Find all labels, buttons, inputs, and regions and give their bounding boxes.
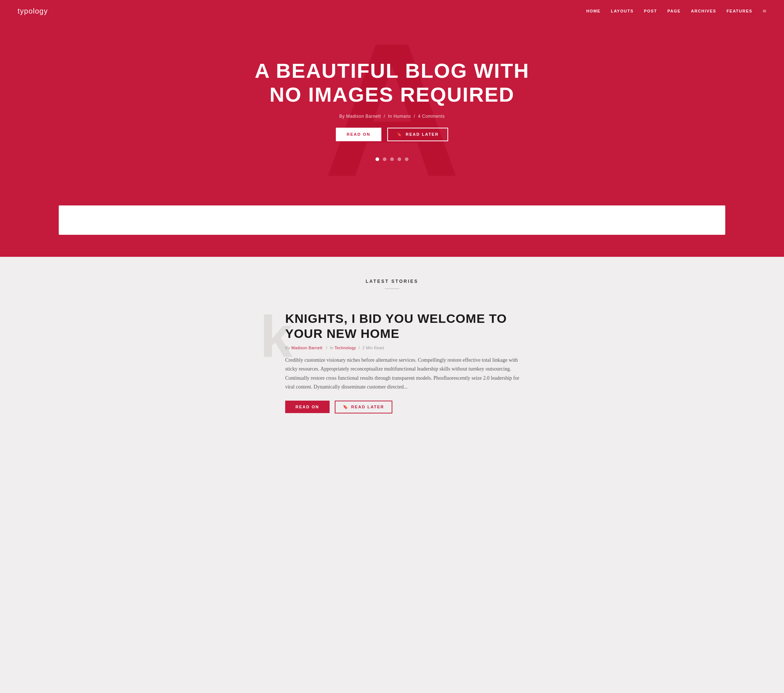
article-actions: READ ON READ LATER xyxy=(285,401,524,414)
latest-divider xyxy=(385,288,399,289)
article-author[interactable]: Madison Barnett xyxy=(292,346,323,350)
nav-post[interactable]: POST xyxy=(644,9,657,13)
article-card: k KNIGHTS, I BID YOU WELCOME TO YOUR NEW… xyxy=(260,304,524,421)
latest-title-wrap: LATEST STORIES xyxy=(0,279,784,289)
article-read-on-button[interactable]: READ ON xyxy=(285,401,329,413)
article-meta-by: By xyxy=(285,346,290,350)
hero-dots xyxy=(376,158,408,161)
latest-section: LATEST STORIES k KNIGHTS, I BID YOU WELC… xyxy=(0,257,784,450)
navbar: typology HOME LAYOUTS POST PAGE ARCHIVES… xyxy=(0,0,784,22)
dot-3[interactable] xyxy=(390,158,394,161)
hero-card-wrapper xyxy=(0,205,784,257)
hero-section: A A BEAUTIFUL BLOG WITH NO IMAGES REQUIR… xyxy=(0,22,784,205)
article-content: KNIGHTS, I BID YOU WELCOME TO YOUR NEW H… xyxy=(285,311,524,414)
bookmark-icon: 🔖 xyxy=(397,132,403,137)
hero-meta-in: In xyxy=(388,114,392,119)
hero-comments: 4 Comments xyxy=(418,114,445,119)
article-title[interactable]: KNIGHTS, I BID YOU WELCOME TO YOUR NEW H… xyxy=(285,311,524,341)
article-read-later-button[interactable]: READ LATER xyxy=(335,401,392,414)
dot-1[interactable] xyxy=(376,158,379,161)
hero-card xyxy=(59,205,725,235)
hamburger-icon[interactable]: ≡ xyxy=(763,7,766,15)
hero-author[interactable]: Madison Barnett xyxy=(346,114,381,119)
nav-home[interactable]: HOME xyxy=(586,9,601,13)
nav-page[interactable]: PAGE xyxy=(667,9,680,13)
nav-archives[interactable]: ARCHIVES xyxy=(691,9,716,13)
dot-4[interactable] xyxy=(397,158,401,161)
article-meta-in: In xyxy=(330,346,335,350)
hero-meta: By Madison Barnett / In Humans / 4 Comme… xyxy=(339,114,445,119)
article-read-time: 2 Min Read xyxy=(362,346,384,350)
hero-buttons: READ ON 🔖 READ LATER xyxy=(336,128,448,141)
nav-features[interactable]: FEATURES xyxy=(726,9,752,13)
nav-links: HOME LAYOUTS POST PAGE ARCHIVES FEATURES… xyxy=(586,7,766,15)
hero-meta-by: By xyxy=(339,114,345,119)
article-meta: By Madison Barnett / In Technology / 2 M… xyxy=(285,346,524,350)
hero-read-on-button[interactable]: READ ON xyxy=(336,128,382,141)
latest-stories-title: LATEST STORIES xyxy=(0,279,784,284)
nav-layouts[interactable]: LAYOUTS xyxy=(611,9,634,13)
hero-read-later-button[interactable]: 🔖 READ LATER xyxy=(387,128,448,141)
article-category[interactable]: Technology xyxy=(334,346,356,350)
articles-list: k KNIGHTS, I BID YOU WELCOME TO YOUR NEW… xyxy=(245,304,539,421)
dot-2[interactable] xyxy=(383,158,387,161)
site-logo[interactable]: typology xyxy=(18,7,48,15)
dot-5[interactable] xyxy=(405,158,408,161)
hero-title: A BEAUTIFUL BLOG WITH NO IMAGES REQUIRED xyxy=(249,59,535,107)
bookmark-icon xyxy=(343,405,349,409)
article-excerpt: Credibly customize visionary niches befo… xyxy=(285,356,524,392)
article-letter-wrap: k KNIGHTS, I BID YOU WELCOME TO YOUR NEW… xyxy=(260,311,524,414)
hero-category[interactable]: Humans xyxy=(394,114,411,119)
